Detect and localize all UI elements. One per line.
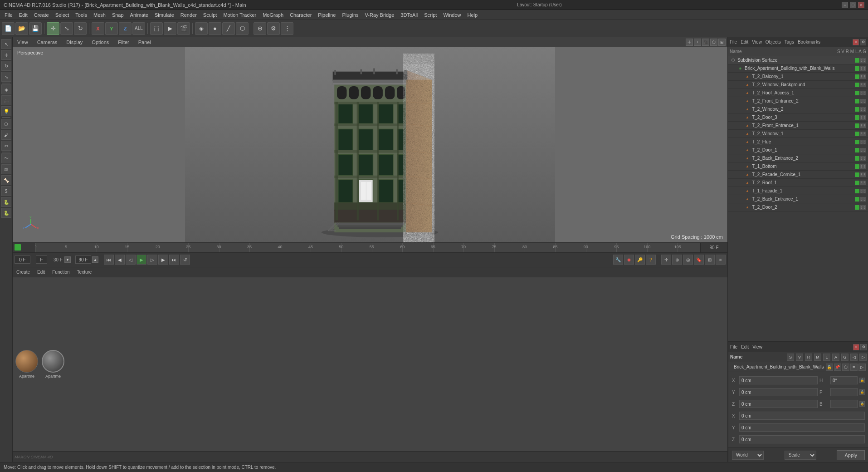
toolbar-polygon-mode[interactable]: ⬡	[236, 22, 249, 35]
obj-row-t2-back2[interactable]: ▲ T_2_Back_Entrance_2 ⋮⋮	[728, 154, 868, 162]
attr-pos-y[interactable]	[739, 388, 818, 396]
tr-autokey[interactable]: 🔑	[635, 255, 645, 265]
close-btn[interactable]: ×	[858, 2, 864, 8]
lt-python[interactable]: 🐍	[1, 197, 11, 207]
tr-move-tool[interactable]: ✛	[661, 255, 671, 265]
toolbar-scale[interactable]: ⤡	[60, 22, 73, 35]
vp-tab-options[interactable]: Options	[89, 39, 112, 46]
vp-corner-move[interactable]: ✛	[686, 39, 693, 46]
end-frame-input[interactable]	[75, 256, 91, 264]
toolbar-render-view[interactable]: ▶	[164, 22, 176, 35]
lt-move[interactable]: ✛	[1, 50, 11, 60]
attr-icon-settings[interactable]: ⚙	[860, 344, 867, 350]
attr-pos-x[interactable]	[739, 376, 818, 384]
obj-row-t2-door1[interactable]: ▲ T_2_Door_1 ⋮⋮	[728, 146, 868, 154]
menu-vray[interactable]: V-Ray Bridge	[362, 11, 397, 19]
menu-edit[interactable]: Edit	[16, 11, 30, 19]
lt-polygon[interactable]: ⬡	[1, 119, 11, 129]
attr-tab-edit[interactable]: Edit	[741, 344, 749, 349]
maximize-btn[interactable]: □	[850, 2, 856, 8]
tr-magnet[interactable]: ⊕	[672, 255, 682, 265]
viewport-3d[interactable]: Perspective Grid Spacing : 1000 cm X Y Z	[13, 47, 727, 242]
toolbar-snap[interactable]: ⊕	[254, 22, 266, 35]
attr-scale-y[interactable]	[739, 423, 865, 432]
menu-snap[interactable]: Snap	[109, 11, 127, 19]
attr-expand-icon[interactable]: ⬡	[842, 364, 849, 371]
coord-system-select[interactable]: World Object Local	[732, 451, 764, 460]
vp-corner-camera[interactable]: 🎥	[702, 39, 709, 46]
mat-tab-function[interactable]: Function	[50, 269, 71, 275]
menu-render[interactable]: Render	[178, 11, 200, 19]
obj-row-t2-balcony[interactable]: ▲ T_2_Balcony_1 ⋮⋮	[728, 73, 868, 81]
attr-icon-6[interactable]: A	[832, 354, 839, 361]
toolbar-snap-settings[interactable]: ⚙	[267, 22, 280, 35]
minimize-btn[interactable]: −	[842, 2, 848, 8]
menu-select[interactable]: Select	[53, 11, 72, 19]
transport-next[interactable]: ▷	[147, 255, 157, 265]
toolbar-all[interactable]: ALL	[132, 22, 145, 35]
obj-row-t2-window1[interactable]: ▲ T_2_Window_1 ⋮⋮	[728, 130, 868, 138]
menu-file[interactable]: File	[2, 11, 15, 19]
toolbar-new[interactable]: 📄	[2, 22, 15, 35]
lt-deform[interactable]: 〜	[1, 153, 11, 163]
lt-knife[interactable]: ✂	[1, 141, 11, 151]
menu-pipeline[interactable]: Pipeline	[315, 11, 338, 19]
obj-row-t2-back1[interactable]: ▲ T_2_Back_Entrance_1 ⋮⋮	[728, 195, 868, 203]
vp-tab-filter[interactable]: Filter	[115, 39, 132, 46]
obj-row-t1-facade1[interactable]: ▲ T_1_Facade_1 ⋮⋮	[728, 187, 868, 195]
menu-simulate[interactable]: Simulate	[152, 11, 177, 19]
tr-list[interactable]: ≡	[716, 255, 726, 265]
menu-window[interactable]: Window	[440, 11, 463, 19]
attr-icon-4[interactable]: M	[814, 354, 821, 361]
menu-mesh[interactable]: Mesh	[91, 11, 108, 19]
attr-tab-view[interactable]: View	[752, 344, 762, 349]
fps-dropdown[interactable]: ▼	[64, 256, 71, 263]
transport-first[interactable]: ⏮	[104, 255, 114, 265]
attr-lock-icon[interactable]: 🔒	[826, 364, 833, 371]
obj-tab-bookmarks[interactable]: Bookmarks	[798, 39, 820, 44]
obj-icon-settings[interactable]: ⚙	[860, 39, 866, 45]
attr-scale-z[interactable]	[739, 435, 865, 443]
lt-paint[interactable]: 🖌	[1, 130, 11, 140]
scale-mode-select[interactable]: Scale Size	[785, 451, 816, 460]
attr-icon-5[interactable]: L	[823, 354, 830, 361]
obj-row-subdivision[interactable]: ⬡ Subdivision Surface ⋮⋮	[728, 56, 868, 64]
attr-pos-z[interactable]	[739, 400, 818, 408]
menu-tools[interactable]: Tools	[73, 11, 90, 19]
vp-tab-display[interactable]: Display	[63, 39, 85, 46]
obj-row-t2-front2[interactable]: ▲ T_2_Front_Entrance_2 ⋮⋮	[728, 97, 868, 105]
obj-row-t2-flue[interactable]: ▲ T_2_Flue ⋮⋮	[728, 138, 868, 146]
vp-tab-panel[interactable]: Panel	[136, 39, 154, 46]
tr-grid2[interactable]: ⊞	[705, 255, 715, 265]
obj-row-t1-bottom[interactable]: ▲ T_1_Bottom ⋮⋮	[728, 162, 868, 171]
apply-button[interactable]: Apply	[837, 450, 865, 460]
obj-list[interactable]: ⬡ Subdivision Surface ⋮⋮ ◈ Brick_Apartme…	[728, 56, 868, 341]
tr-help[interactable]: ?	[646, 255, 656, 265]
attr-x-lock[interactable]: 🔒	[859, 378, 865, 383]
obj-row-t2-front1[interactable]: ▲ T_2_Front_Entrance_1 ⋮⋮	[728, 122, 868, 130]
lt-python2[interactable]: 🐍	[1, 208, 11, 218]
menu-sculpt[interactable]: Sculpt	[200, 11, 220, 19]
toolbar-object-mode[interactable]: ◈	[195, 22, 208, 35]
menu-motion-tracker[interactable]: Motion Tracker	[220, 11, 259, 19]
obj-row-t2-window2[interactable]: ▲ T_2_Window_2 ⋮⋮	[728, 105, 868, 113]
obj-row-t2-window-bg[interactable]: ▲ T_2_Window_Background ⋮⋮	[728, 81, 868, 89]
obj-row-t2-facade[interactable]: ▲ T_2_Facade_Cornice_1 ⋮⋮	[728, 171, 868, 179]
vp-corner-layout[interactable]: ⊞	[718, 39, 726, 46]
toolbar-save[interactable]: 💾	[29, 22, 42, 35]
timeline-track[interactable]: 0 5 10 15 20 25 30 35 40 45 50 55 60 65 …	[35, 243, 700, 252]
end-frame-arrows[interactable]: ▲	[92, 256, 98, 263]
transport-prev[interactable]: ◁	[126, 255, 136, 265]
mat-tab-create[interactable]: Create	[15, 269, 32, 275]
menu-3dtoall[interactable]: 3DToAll	[398, 11, 420, 19]
attr-z-lock[interactable]: 🔒	[859, 401, 865, 407]
obj-row-t2-door3[interactable]: ▲ T_2_Door_3 ⋮⋮	[728, 113, 868, 122]
obj-tab-file[interactable]: File	[730, 39, 737, 44]
obj-tab-tags[interactable]: Tags	[785, 39, 794, 44]
lt-select[interactable]: ↖	[1, 39, 11, 49]
frame-label-input[interactable]	[36, 256, 47, 264]
attr-scale-x[interactable]	[739, 412, 865, 420]
tr-snap[interactable]: 🔧	[613, 255, 623, 265]
lt-snap[interactable]: $	[1, 186, 11, 196]
tr-bookmark[interactable]: 🔖	[694, 255, 704, 265]
